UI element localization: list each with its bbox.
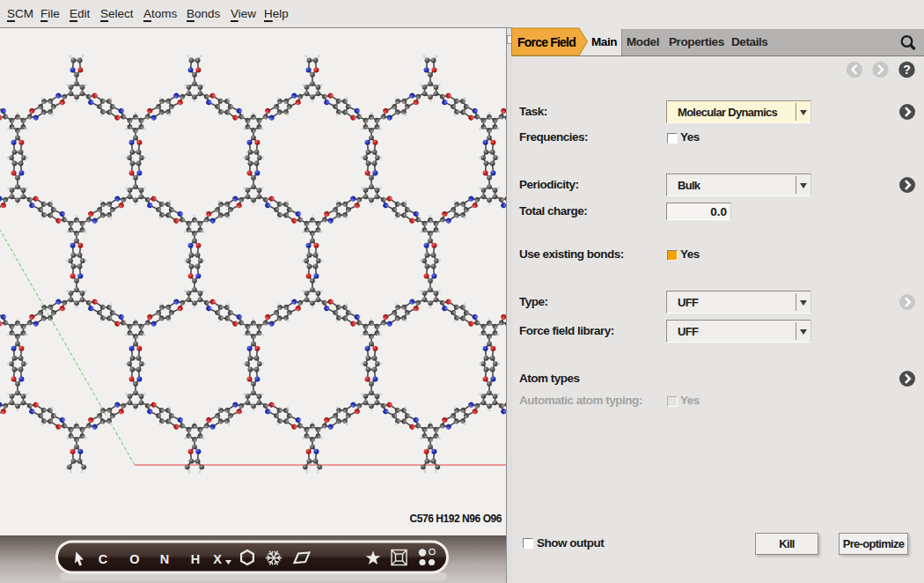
svg-text:C: C [99,552,108,566]
svg-text:?: ? [903,63,911,77]
svg-text:O: O [129,552,139,566]
svg-text:H: H [191,552,200,566]
svg-text:X: X [213,552,222,566]
svg-text:N: N [160,552,169,566]
